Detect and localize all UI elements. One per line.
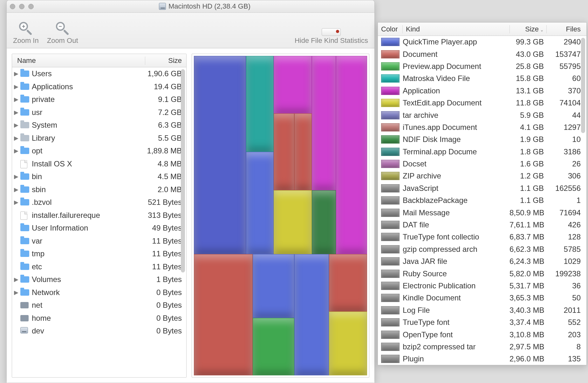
disclosure-triangle-icon[interactable]: ▶ (12, 109, 20, 116)
file-row[interactable]: ▶usr7.2 GB (12, 106, 186, 119)
close-icon[interactable] (10, 4, 15, 9)
kind-row[interactable]: Matroska Video File15.8 GB60 (378, 72, 586, 84)
kind-row[interactable]: Terminal.app Docume1.8 GB3186 (378, 146, 586, 158)
treemap-block[interactable] (274, 113, 294, 190)
disclosure-triangle-icon[interactable]: ▶ (12, 96, 20, 103)
kind-row[interactable]: gzip compressed arch6,62.3 MB5785 (378, 243, 586, 255)
kind-label: NDIF Disk Image (403, 135, 509, 144)
file-row[interactable]: tmp11 Bytes (12, 247, 186, 260)
column-size[interactable]: Size (145, 57, 186, 65)
file-row[interactable]: etc11 Bytes (12, 260, 186, 273)
kinds-body[interactable]: QuickTime Player.app99.3 GB2940Document4… (378, 36, 586, 365)
disclosure-triangle-icon[interactable]: ▶ (12, 199, 20, 206)
scrollbar[interactable] (181, 69, 185, 272)
kind-row[interactable]: tar archive5.9 GB44 (378, 109, 586, 121)
treemap-block[interactable] (253, 254, 294, 318)
kind-row[interactable]: JavaScript1.1 GB162556 (378, 182, 586, 194)
kind-files: 1 (546, 196, 586, 205)
file-row[interactable]: ▶Network0 Bytes (12, 286, 186, 299)
file-row[interactable]: installer.failurereque313 Bytes (12, 209, 186, 222)
file-row[interactable]: ▶Volumes1 Bytes (12, 273, 186, 286)
treemap-block[interactable] (294, 113, 312, 190)
kind-row[interactable]: DAT file7,61.1 MB426 (378, 219, 586, 231)
file-size: 4.8 MB (135, 159, 186, 168)
treemap-block[interactable] (246, 152, 274, 254)
treemap-block[interactable] (312, 56, 336, 190)
kind-row[interactable]: Electronic Publication5,31.7 MB36 (378, 280, 586, 292)
treemap-block[interactable] (194, 254, 253, 375)
kind-row[interactable]: OpenType font3,10.8 MB203 (378, 328, 586, 340)
kind-row[interactable]: TrueType font3,37.4 MB552 (378, 316, 586, 328)
treemap-block[interactable] (274, 56, 312, 113)
kind-row[interactable]: Preview.app Document25.8 GB55795 (378, 60, 586, 72)
column-color[interactable]: Color (378, 25, 403, 33)
column-size-kind[interactable]: Size⌄ (509, 25, 546, 33)
disclosure-triangle-icon[interactable]: ▶ (12, 135, 20, 142)
zoom-icon[interactable] (28, 4, 34, 9)
treemap-block[interactable] (246, 56, 274, 152)
disclosure-triangle-icon[interactable]: ▶ (12, 289, 20, 296)
kind-row[interactable]: TextEdit.app Document11.8 GB74104 (378, 97, 586, 109)
disclosure-triangle-icon[interactable]: ▶ (12, 173, 20, 180)
kind-row[interactable]: Ruby Source5,82.0 MB199238 (378, 267, 586, 279)
minimize-icon[interactable] (19, 4, 24, 9)
kind-row[interactable]: Docset1.6 GB26 (378, 158, 586, 170)
kind-row[interactable]: Document43.0 GB153747 (378, 48, 586, 60)
file-row[interactable]: ▶Users1,90.6 GB (12, 67, 186, 80)
file-row[interactable]: ▶bin4.5 MB (12, 170, 186, 183)
treemap[interactable] (192, 54, 369, 378)
file-row[interactable]: ▶sbin2.0 MB (12, 183, 186, 196)
file-row[interactable]: User Information49 Bytes (12, 222, 186, 235)
treemap-block[interactable] (294, 254, 329, 375)
treemap-block[interactable] (336, 56, 367, 254)
treemap-block[interactable] (329, 254, 367, 312)
column-files[interactable]: Files (546, 25, 586, 33)
kind-row[interactable]: Java JAR file6,24.3 MB1029 (378, 255, 586, 267)
disclosure-triangle-icon[interactable]: ▶ (12, 83, 20, 90)
file-row[interactable]: home0 Bytes (12, 312, 186, 325)
disclosure-triangle-icon[interactable]: ▶ (12, 147, 20, 154)
file-row[interactable]: ▶Applications19.4 GB (12, 80, 186, 93)
column-name[interactable]: Name (12, 57, 145, 65)
disclosure-triangle-icon[interactable]: ▶ (12, 186, 20, 193)
kind-size: 5,31.7 MB (509, 281, 546, 290)
treemap-block[interactable] (253, 318, 294, 375)
kind-row[interactable]: Mail Message8,50.9 MB71694 (378, 206, 586, 218)
file-row[interactable]: dev0 Bytes (12, 325, 186, 338)
kind-row[interactable]: TrueType font collectio6,83.7 MB128 (378, 231, 586, 243)
kind-row[interactable]: bzip2 compressed tar2,97.5 MB8 (378, 341, 586, 353)
zoom-out-button[interactable]: − Zoom Out (47, 21, 78, 45)
file-row[interactable]: net0 Bytes (12, 299, 186, 312)
kind-row[interactable]: ZIP archive1.2 GB306 (378, 170, 586, 182)
disclosure-triangle-icon[interactable]: ▶ (12, 276, 20, 283)
file-row[interactable]: var11 Bytes (12, 235, 186, 248)
file-row[interactable]: Install OS X4.8 MB (12, 158, 186, 171)
kind-row[interactable]: Log File3,40.3 MB2011 (378, 304, 586, 316)
zoom-in-button[interactable]: + Zoom In (13, 21, 39, 45)
file-row[interactable]: ▶private9.1 GB (12, 93, 186, 106)
file-row[interactable]: ▶opt1,89.8 MB (12, 144, 186, 158)
kind-row[interactable]: BackblazePackage1.1 GB1 (378, 194, 586, 206)
treemap-block[interactable] (194, 56, 246, 254)
hide-stats-button[interactable]: Hide File Kind Statistics (295, 28, 368, 45)
kind-label: Application (403, 86, 509, 95)
treemap-block[interactable] (329, 312, 367, 375)
file-row[interactable]: ▶.bzvol521 Bytes (12, 196, 186, 209)
scrollbar[interactable] (581, 38, 585, 133)
file-row[interactable]: ▶Library5.5 GB (12, 132, 186, 145)
disclosure-triangle-icon[interactable]: ▶ (12, 122, 20, 129)
kind-row[interactable]: iTunes.app Document4.1 GB1297 (378, 121, 586, 133)
kind-row[interactable]: Kindle Document3,65.3 MB50 (378, 292, 586, 304)
file-row[interactable]: ▶System6.3 GB (12, 119, 186, 132)
kind-row[interactable]: QuickTime Player.app99.3 GB2940 (378, 36, 586, 48)
kind-row[interactable]: Application13.1 GB370 (378, 85, 586, 97)
column-kind[interactable]: Kind (403, 25, 509, 33)
kind-row[interactable]: NDIF Disk Image1.9 GB10 (378, 133, 586, 145)
titlebar[interactable]: Macintosh HD (2,38.4 GB) (7, 0, 374, 13)
treemap-block[interactable] (312, 190, 336, 254)
disclosure-triangle-icon[interactable]: ▶ (12, 70, 20, 77)
kind-row[interactable]: Plugin2,96.0 MB135 (378, 353, 586, 365)
treemap-block[interactable] (274, 190, 312, 254)
file-tree-body[interactable]: ▶Users1,90.6 GB▶Applications19.4 GB▶priv… (12, 67, 186, 377)
toggle-icon (322, 28, 341, 36)
